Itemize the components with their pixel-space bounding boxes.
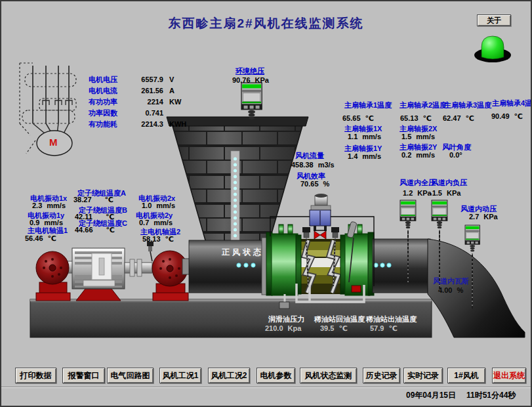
duct-gas-value: 4.00% <box>438 287 463 294</box>
fan-vib2x-value: 1.5mm/s <box>401 133 435 140</box>
fan-vib1y-label: 主扇轴振1Y <box>344 145 382 152</box>
toolbar-button-circuit-diagram[interactable]: 电气回路图 <box>107 368 153 383</box>
page-title: 东西畛主扇2#风机在线监测系统 <box>1 17 531 30</box>
toolbar-button-fan-condition-2[interactable]: 风机工况2 <box>208 368 250 383</box>
param-row: 有功能耗2214.3KWH <box>89 119 186 130</box>
bearing2-temp-value: 65.13℃ <box>400 115 432 122</box>
duct-neg-pressure-label: 风道内负压 <box>431 179 467 186</box>
motor-vib1x-value: 2.3mm/s <box>32 202 66 209</box>
toolbar-button-fan-status-monitor[interactable]: 风机状态监测 <box>300 368 357 383</box>
duct-dyn-pressure-label: 风道内动压 <box>460 205 497 213</box>
bearing3-temp-value: 62.47℃ <box>443 115 474 122</box>
param-row: 有功功率2214KW <box>89 96 186 108</box>
motor-circuit-diagram <box>20 63 76 156</box>
fan-vib1x-value: 1.1mm/s <box>348 133 381 140</box>
stator-a-temp-value: 38.27℃ <box>73 196 113 204</box>
toolbar-button-fan-1[interactable]: 1#风机 <box>447 368 485 383</box>
oil-out-temp-label: 稀油站出油温度 <box>366 316 417 323</box>
duct-neg-pressure-value: -1.5KPa <box>430 190 460 197</box>
blade-angle-value: 0.0° <box>449 152 462 159</box>
outlet-duct <box>373 239 430 293</box>
inlet-hopper <box>167 117 308 247</box>
motor-vib2x-value: 1.0mm/s <box>142 202 175 209</box>
about-button[interactable]: 关于 <box>477 14 511 26</box>
bearing1-temp-label: 主扇轴承1温度 <box>344 102 392 109</box>
airflow-dots-left <box>237 263 255 267</box>
env-pressure-value: 90.76KPa <box>232 77 269 84</box>
toolbar-button-motor-params[interactable]: 电机参数 <box>256 368 295 383</box>
motor-shaft1-temp-label: 主电机轴温1 <box>28 227 68 234</box>
fan-vib2y-label: 主扇轴振2Y <box>399 144 437 151</box>
fan-vib2y-value: 0.2mm/s <box>401 152 435 159</box>
duct-dyn-pressure-value: 2.7KPa <box>469 213 498 221</box>
motor-vib2y-value: 0.7mm/s <box>139 219 173 226</box>
param-row: 电机电流261.56A <box>89 85 186 96</box>
airflow-dots-right <box>374 263 391 267</box>
motor-assembly <box>36 242 188 301</box>
fan-flow-label: 风机流量 <box>295 152 324 160</box>
env-pressure-label: 环境绝压 <box>235 68 264 75</box>
motor-shaft2-temp-value: 58.13℃ <box>142 236 174 243</box>
duct-full-pressure-value: 1.2KPa <box>403 190 432 197</box>
fan-vib1y-value: 1.4mm/s <box>348 153 381 160</box>
bearing3-temp-label: 主扇轴承3温度 <box>444 102 491 109</box>
motor-shaft1-temp-value: 56.46℃ <box>25 235 56 242</box>
bearing4-temp-value: 90.49℃ <box>491 113 523 120</box>
param-row: 功率因数0.741 <box>89 108 186 119</box>
oil-return-temp-label: 稀油站回油温度 <box>314 316 365 323</box>
oil-out-temp-value: 57.9℃ <box>370 325 398 332</box>
machinery-graphic <box>1 1 532 407</box>
status-date: 09年04月15日 <box>406 391 456 399</box>
fan-vib1x-label: 主扇轴振1X <box>344 125 382 133</box>
bearing4-temp-label: 主扇轴承4温度 <box>492 100 532 107</box>
fan-efficiency-value: 70.65% <box>300 181 329 188</box>
toolbar-button-history[interactable]: 历史记录 <box>363 368 400 383</box>
bearing2-temp-label: 主扇轴承2温度 <box>399 102 447 109</box>
dyn-pressure-sensor-icon <box>465 225 480 251</box>
oil-pressure-label: 润滑油压力 <box>268 316 304 323</box>
full-pressure-sensor-icon <box>400 200 416 228</box>
neg-pressure-sensor-icon <box>432 200 447 228</box>
airflow-status-text: 正风状态 <box>222 248 264 256</box>
toolbar-button-exit-system[interactable]: 退出系统 <box>492 368 526 383</box>
motor-vib1y-value: 0.9mm/s <box>30 219 63 226</box>
status-light-green <box>474 36 511 62</box>
oil-pressure-value: 210.0Kpa <box>265 325 301 332</box>
duct-gas-label: 风道内瓦斯 <box>433 278 469 285</box>
bearing1-temp-value: 65.65℃ <box>342 115 374 122</box>
main-duct <box>182 238 268 295</box>
blade-angle-label: 风叶角度 <box>442 144 471 151</box>
motor-symbol: M <box>49 137 58 147</box>
scada-main-screen: 东西畛主扇2#风机在线监测系统 关于 M 电机电压6557.9V 电机电流261… <box>0 0 532 407</box>
toolbar-button-realtime[interactable]: 实时记录 <box>403 368 443 383</box>
toolbar-button-fan-condition-1[interactable]: 风机工况1 <box>159 368 201 383</box>
status-time: 11时51分44秒 <box>466 391 516 399</box>
toolbar-separator <box>1 387 532 388</box>
duct-full-pressure-label: 风道内全压 <box>399 179 436 186</box>
fan-vib2x-label: 主扇轴振2X <box>399 125 437 133</box>
valve-icon <box>314 231 320 239</box>
param-row: 电机电压6557.9V <box>89 74 186 85</box>
env-pressure-sensor-icon <box>241 83 262 119</box>
fan-flow-value: 458.38m3/s <box>291 161 335 169</box>
oil-return-temp-value: 39.5℃ <box>320 325 348 332</box>
motor-electrical-params: 电机电压6557.9V 电机电流261.56A 有功功率2214KW 功率因数0… <box>89 74 186 130</box>
stator-c-temp-value: 44.66℃ <box>75 226 115 234</box>
fan-efficiency-label: 风机效率 <box>297 173 325 180</box>
toolbar-button-print-data[interactable]: 打印数据 <box>15 368 56 383</box>
oil-valve <box>279 302 289 309</box>
toolbar-button-alarm-window[interactable]: 报警窗口 <box>62 368 105 383</box>
